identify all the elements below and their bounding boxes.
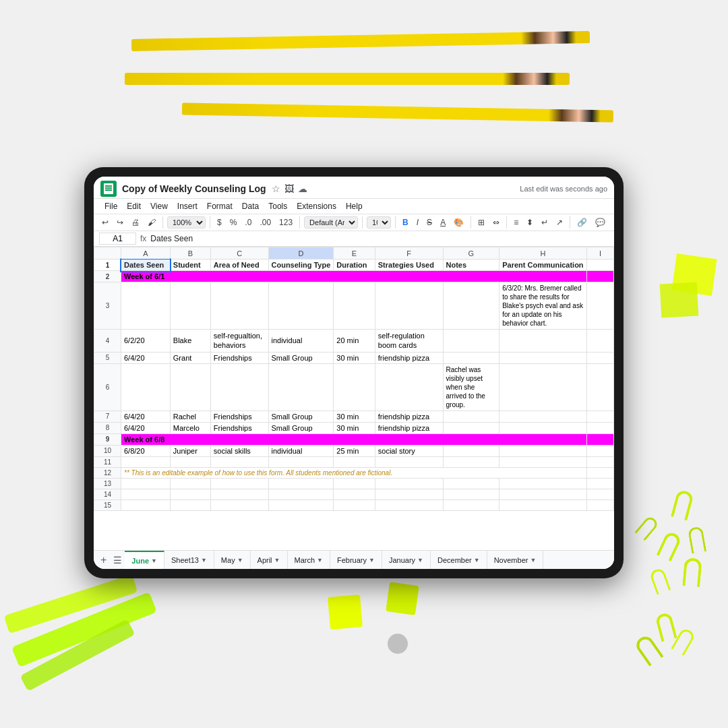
format-type-btn[interactable]: 123 — [276, 216, 295, 229]
cell-H14[interactable] — [499, 489, 587, 499]
cell-F4[interactable]: self-regulation boom cards — [375, 330, 443, 353]
italic-btn[interactable]: I — [414, 216, 421, 229]
cell-B1[interactable]: Student — [170, 260, 210, 271]
font-select[interactable]: Default (Ari... — [304, 216, 358, 229]
cell-A3[interactable] — [121, 282, 171, 330]
cell-B8[interactable]: Marcelo — [170, 422, 210, 433]
cell-H8[interactable] — [499, 422, 587, 433]
strikethrough-btn[interactable]: S — [424, 216, 435, 229]
cell-H4[interactable] — [499, 330, 587, 353]
cell-A1[interactable]: Dates Seen — [121, 260, 171, 271]
menu-tools[interactable]: Tools — [264, 200, 291, 212]
bold-btn[interactable]: B — [400, 216, 411, 229]
cell-C11[interactable] — [210, 456, 268, 467]
cell-I9[interactable] — [587, 433, 614, 445]
col-header-D[interactable]: D — [268, 247, 334, 260]
cell-E13[interactable] — [334, 478, 375, 489]
undo-btn[interactable]: ↩ — [99, 216, 111, 229]
cell-D7[interactable]: Small Group — [268, 411, 334, 422]
cell-A11[interactable] — [121, 456, 171, 467]
cell-D8[interactable]: Small Group — [268, 422, 334, 433]
decimal-decrease-btn[interactable]: .0 — [242, 216, 254, 229]
cell-E14[interactable] — [334, 489, 375, 499]
paint-format-btn[interactable]: 🖌 — [145, 216, 158, 229]
fill-color-btn[interactable]: 🎨 — [451, 216, 466, 229]
menu-format[interactable]: Format — [203, 200, 237, 212]
menu-view[interactable]: View — [146, 200, 172, 212]
cell-B6[interactable] — [170, 363, 210, 411]
cell-D13[interactable] — [268, 478, 334, 489]
cell-B13[interactable] — [170, 478, 210, 489]
col-header-C[interactable]: C — [210, 247, 268, 260]
cell-B15[interactable] — [170, 499, 210, 510]
cell-I15[interactable] — [587, 499, 614, 510]
cell-I10[interactable] — [587, 445, 614, 456]
cell-A10[interactable]: 6/8/20 — [121, 445, 171, 456]
cell-I1[interactable] — [587, 260, 614, 271]
cell-A15[interactable] — [121, 499, 171, 510]
cell-F3[interactable] — [375, 282, 443, 330]
cell-B7[interactable]: Rachel — [170, 411, 210, 422]
cell-D4[interactable]: individual — [268, 330, 334, 353]
cell-B3[interactable] — [170, 282, 210, 330]
cell-C14[interactable] — [210, 489, 268, 499]
sheet-grid[interactable]: A B C D E F G H I — [94, 247, 614, 550]
tab-march[interactable]: March ▼ — [288, 551, 330, 570]
doc-title[interactable]: Copy of Weekly Counseling Log — [122, 183, 266, 194]
col-header-F[interactable]: F — [375, 247, 443, 260]
cell-E11[interactable] — [334, 456, 375, 467]
cell-B11[interactable] — [170, 456, 210, 467]
cell-D3[interactable] — [268, 282, 334, 330]
cell-A6[interactable] — [121, 363, 171, 411]
currency-btn[interactable]: $ — [214, 216, 224, 229]
cell-A5[interactable]: 6/4/20 — [121, 352, 171, 363]
cell-G14[interactable] — [443, 489, 499, 499]
cell-G15[interactable] — [443, 499, 499, 510]
cell-I11[interactable] — [587, 456, 614, 467]
cell-F10[interactable]: social story — [375, 445, 443, 456]
cell-C1[interactable]: Area of Need — [210, 260, 268, 271]
menu-extensions[interactable]: Extensions — [293, 200, 340, 212]
tab-may[interactable]: May ▼ — [214, 551, 251, 570]
cell-I6[interactable] — [587, 363, 614, 411]
cell-B4[interactable]: Blake — [170, 330, 210, 353]
cell-C15[interactable] — [210, 499, 268, 510]
cell-A8[interactable]: 6/4/20 — [121, 422, 171, 433]
col-header-B[interactable]: B — [170, 247, 210, 260]
merge-btn[interactable]: ⇔ — [490, 216, 502, 229]
redo-btn[interactable]: ↪ — [114, 216, 126, 229]
wrap-btn[interactable]: ↵ — [539, 216, 551, 229]
tab-january[interactable]: January ▼ — [382, 551, 431, 570]
cell-C13[interactable] — [210, 478, 268, 489]
cell-F7[interactable]: friendship pizza — [375, 411, 443, 422]
cell-C5[interactable]: Friendships — [210, 352, 268, 363]
week-header-cell-2[interactable]: Week of 6/8 — [121, 433, 587, 445]
cell-I13[interactable] — [587, 478, 614, 489]
cell-G7[interactable] — [443, 411, 499, 422]
decimal-increase-btn[interactable]: .00 — [257, 216, 274, 229]
cell-I3[interactable] — [587, 282, 614, 330]
cell-A13[interactable] — [121, 478, 171, 489]
cell-F11[interactable] — [375, 456, 443, 467]
menu-data[interactable]: Data — [238, 200, 263, 212]
cell-I2[interactable] — [587, 271, 614, 282]
valign-btn[interactable]: ⬍ — [524, 216, 536, 229]
cell-D10[interactable]: individual — [268, 445, 334, 456]
cell-A14[interactable] — [121, 489, 171, 499]
cell-C4[interactable]: self-regualtion, behaviors — [210, 330, 268, 353]
cell-G1[interactable]: Notes — [443, 260, 499, 271]
cell-H15[interactable] — [499, 499, 587, 510]
cell-F14[interactable] — [375, 489, 443, 499]
align-btn[interactable]: ≡ — [511, 216, 521, 229]
cell-G8[interactable] — [443, 422, 499, 433]
col-header-I[interactable]: I — [587, 247, 614, 260]
formula-content[interactable]: Dates Seen — [150, 234, 609, 243]
cell-E7[interactable]: 30 min — [334, 411, 375, 422]
tab-april[interactable]: April ▼ — [251, 551, 288, 570]
cell-G6[interactable]: Rachel was visibly upset when she arrive… — [443, 363, 499, 411]
cell-H7[interactable] — [499, 411, 587, 422]
cell-G13[interactable] — [443, 478, 499, 489]
cell-I12[interactable] — [587, 467, 614, 478]
cell-I4[interactable] — [587, 330, 614, 353]
tab-february[interactable]: February ▼ — [330, 551, 382, 570]
